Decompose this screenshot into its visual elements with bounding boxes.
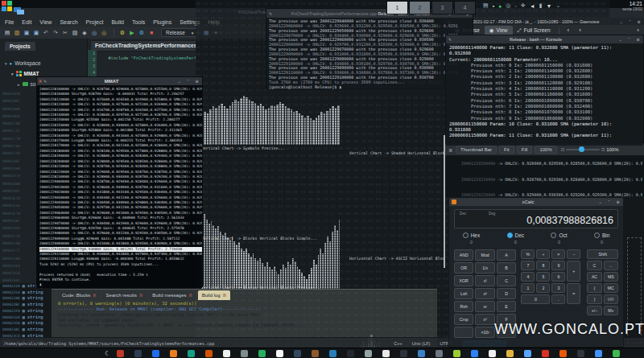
- taskbar-app-icon[interactable]: [312, 350, 319, 357]
- toolbar-icon[interactable]: ◈: [80, 29, 89, 37]
- code-line[interactable]: #include "FnCheckTradingSystemsPerforman…: [98, 51, 196, 65]
- menu-item[interactable]: Search: [60, 19, 77, 25]
- calc-button-9[interactable]: 9: [551, 261, 565, 270]
- maximize-icon[interactable]: ˆ: [626, 37, 632, 42]
- zoom-in-icon[interactable]: ⊡: [601, 147, 605, 152]
- taskbar-app-icon[interactable]: [506, 350, 514, 357]
- tray-icon[interactable]: ⌄: [556, 2, 561, 9]
- taskbar-app-icon[interactable]: [613, 350, 620, 357]
- ohlcv-terminal-block[interactable]: 20001228200000 -> OHLCV: 0.928000,0.9295…: [445, 155, 644, 197]
- menu-item[interactable]: Build: [111, 19, 124, 25]
- calc-button-0[interactable]: 0: [521, 294, 550, 304]
- night-mode-icon[interactable]: ☾: [105, 350, 110, 358]
- thumbnails-toggle-icon[interactable]: ≣: [448, 147, 452, 153]
- taskbar-app-icon[interactable]: [223, 350, 230, 357]
- top-konsole-body[interactable]: The previous one was 20001229040000 with…: [266, 18, 473, 91]
- toolbar-icon[interactable]: ◎: [90, 29, 98, 37]
- calc-button[interactable]: Rsh: [454, 301, 473, 312]
- calc-button-minus[interactable]: −: [567, 249, 580, 259]
- taskbar-app-icon[interactable]: [400, 350, 407, 357]
- taskbar-app-icon[interactable]: [577, 350, 584, 357]
- right-konsole-body[interactable]: 20000601140000 Param: 11 Close: 0.932800…: [446, 43, 643, 146]
- calc-button-shift[interactable]: Shift: [587, 249, 618, 259]
- calc-button-multiply[interactable]: ×: [551, 249, 565, 259]
- calc-button-plus[interactable]: +: [567, 261, 580, 282]
- menu-item[interactable]: Project: [86, 19, 104, 25]
- taskbar-app-icon[interactable]: [347, 350, 354, 357]
- calc-button-6[interactable]: 6: [551, 272, 565, 282]
- window-list-icon[interactable]: [14, 7, 25, 14]
- calc-button[interactable]: B: [497, 262, 516, 274]
- log-tab[interactable]: Build log⊠: [198, 290, 230, 300]
- zoom-slider-knob[interactable]: [579, 146, 584, 152]
- tray-icon[interactable]: ✚: [521, 2, 526, 9]
- base-radio[interactable]: Oct 0: [551, 232, 567, 245]
- taskbar-app-icon[interactable]: [365, 350, 372, 357]
- fullscreen-button[interactable]: ⤢Full Screen: [513, 26, 555, 35]
- maximize-icon[interactable]: ˆ: [185, 79, 191, 84]
- taskbar-app-icon[interactable]: [134, 350, 142, 357]
- caret-down-icon[interactable]: ▾: [5, 61, 7, 66]
- taskbar-app-icon[interactable]: [241, 350, 248, 357]
- workspace-cell[interactable]: 2: [409, 1, 431, 14]
- fill-button[interactable]: Fill: [517, 146, 533, 154]
- calc-button-3[interactable]: 3: [551, 283, 565, 293]
- base-radio[interactable]: Hex 0: [463, 232, 481, 245]
- toolbar-icon[interactable]: ▣: [32, 29, 40, 37]
- taskbar-app-icon[interactable]: [436, 350, 443, 357]
- mmat-terminal-body[interactable]: 20001228100000 -> OHLCV: 0.928700,0.9290…: [37, 85, 202, 288]
- taskbar-app-icon[interactable]: [152, 350, 159, 357]
- log-tab[interactable]: Build messages⊠: [148, 290, 196, 300]
- calc-button-close-paren[interactable]: ): [587, 294, 601, 304]
- toolbar-icon[interactable]: ↶: [42, 29, 50, 37]
- minimize-icon[interactable]: ⌄: [617, 37, 623, 42]
- calc-button-percent[interactable]: %: [521, 249, 535, 259]
- editor-tab[interactable]: FnCheckTradingSystemsPerformances.cpp ⊠: [90, 40, 196, 51]
- taskbar-app-icon[interactable]: [205, 350, 213, 357]
- tray-icon[interactable]: ▪: [493, 3, 494, 9]
- calc-button-divide[interactable]: ÷: [536, 249, 550, 259]
- calc-button[interactable]: ×10ʸ: [475, 327, 494, 338]
- calc-button-clear[interactable]: C: [587, 261, 601, 270]
- calc-button[interactable]: x³: [475, 314, 494, 325]
- taskbar-app-icon[interactable]: [471, 350, 478, 357]
- calc-button[interactable]: Cmp: [454, 314, 473, 325]
- calc-button-7[interactable]: 7: [521, 261, 535, 270]
- thumbnail-bar-button[interactable]: Thumbnail Bar: [456, 146, 497, 154]
- caret-down-icon[interactable]: ▾: [11, 72, 14, 76]
- calc-button[interactable]: x²: [475, 288, 494, 299]
- minimize-icon[interactable]: ⌄: [597, 200, 603, 204]
- calc-button[interactable]: AND: [454, 249, 473, 261]
- tree-item-workspace[interactable]: ▾ ● Workspace: [5, 58, 84, 68]
- view-button[interactable]: ◉View: [485, 26, 513, 35]
- calc-button-4[interactable]: 4: [521, 272, 535, 282]
- workspace-cell[interactable]: 4: [454, 1, 476, 14]
- base-radio[interactable]: Dec 0: [507, 232, 525, 245]
- toolbar-icon[interactable]: ↷: [52, 29, 60, 37]
- calc-button[interactable]: xʸ: [475, 301, 494, 312]
- calc-button-ms[interactable]: MS: [604, 272, 618, 282]
- calc-button-8[interactable]: 8: [536, 261, 550, 270]
- close-icon[interactable]: ⊗: [615, 200, 621, 204]
- calc-button-sign[interactable]: +/−: [587, 306, 601, 315]
- calc-button[interactable]: OR: [454, 262, 473, 274]
- calc-button-mc[interactable]: MC: [604, 283, 618, 293]
- taskbar-app-icon[interactable]: [294, 350, 301, 357]
- taskbar-app-icon[interactable]: [595, 350, 602, 357]
- calc-button-mr[interactable]: MR: [604, 294, 618, 304]
- close-icon[interactable]: ⊗: [194, 79, 200, 84]
- calc-button[interactable]: [454, 327, 473, 338]
- build-toolbar-icon[interactable]: ▶: [128, 29, 136, 37]
- taskbar-app-icon[interactable]: [329, 350, 336, 357]
- calc-button[interactable]: Mod: [475, 249, 494, 261]
- calc-button[interactable]: 1/x: [475, 262, 494, 274]
- tab-projects[interactable]: Projects: [5, 42, 35, 51]
- taskbar-app-icon[interactable]: [542, 350, 549, 357]
- tray-icon[interactable]: ▼: [547, 3, 552, 9]
- menu-item[interactable]: File: [5, 19, 14, 25]
- zoom-slider[interactable]: [566, 149, 600, 150]
- tray-icon[interactable]: ▤: [483, 2, 489, 9]
- calc-button-equals[interactable]: =: [567, 283, 580, 304]
- tab-close-icon[interactable]: ⊠: [93, 293, 96, 298]
- workspace-cell[interactable]: 3: [431, 1, 453, 14]
